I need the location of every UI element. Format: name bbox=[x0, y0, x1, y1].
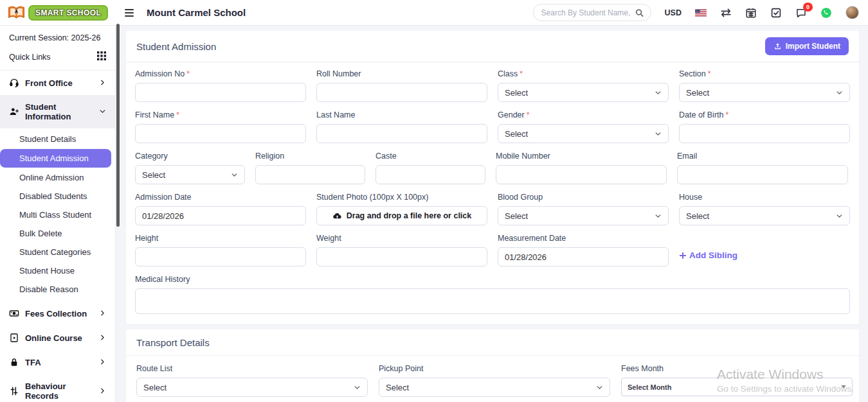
field-label: Roll Number bbox=[316, 69, 487, 78]
student-photo-field: Student Photo (100px X 100px) Drag and d… bbox=[316, 193, 487, 225]
last-name-input[interactable] bbox=[316, 124, 487, 143]
field-label: Blood Group bbox=[498, 193, 669, 202]
field-label: Weight bbox=[316, 234, 487, 243]
search-icon[interactable] bbox=[635, 8, 644, 17]
sidebar-item-bulk-delete[interactable]: Bulk Delete bbox=[0, 224, 115, 243]
admission-date-field: Admission Date bbox=[135, 193, 306, 225]
sidebar-item-online-course[interactable]: Online Course bbox=[0, 326, 115, 350]
import-student-button[interactable]: Import Student bbox=[765, 37, 849, 55]
sidebar-item-fees-collection[interactable]: Fees Collection bbox=[0, 301, 115, 326]
blood-group-field: Blood Group Select bbox=[498, 193, 669, 225]
date-of-birth-field: Date of Birth* bbox=[679, 110, 850, 143]
language-flag-icon[interactable] bbox=[695, 7, 707, 19]
school-name-title: Mount Carmel School bbox=[147, 7, 246, 18]
last-name-field: Last Name bbox=[316, 110, 487, 143]
sidebar-item-label: Fees Collection bbox=[25, 309, 87, 319]
admission-date-input[interactable] bbox=[135, 206, 306, 225]
field-label: Medical History bbox=[135, 275, 850, 284]
sidebar-item-student-house[interactable]: Student House bbox=[0, 261, 115, 280]
person-add-icon bbox=[9, 107, 19, 117]
messages-icon[interactable]: 0 bbox=[795, 7, 807, 19]
todo-check-icon[interactable] bbox=[770, 7, 782, 19]
user-avatar[interactable] bbox=[845, 6, 859, 19]
messages-badge: 0 bbox=[803, 3, 813, 12]
grid-icon[interactable] bbox=[97, 51, 106, 62]
current-session-label: Current Session: 2025-26 bbox=[0, 26, 115, 49]
field-label: Last Name bbox=[316, 110, 487, 119]
medical-history-input[interactable] bbox=[135, 288, 850, 314]
admission-form: Admission No* Roll Number Class* Select … bbox=[126, 62, 859, 324]
fees-month-field: Fees Month Select Month bbox=[621, 364, 853, 397]
caste-field: Caste bbox=[375, 152, 485, 184]
caste-input[interactable] bbox=[375, 165, 485, 184]
sidebar-item-student-details[interactable]: Student Details bbox=[0, 130, 115, 148]
session-switch-icon[interactable] bbox=[720, 7, 732, 19]
field-label: Height bbox=[135, 234, 306, 243]
student-admission-card: Student Admission Import Student Admissi… bbox=[126, 31, 859, 324]
headset-icon bbox=[9, 78, 19, 88]
height-input[interactable] bbox=[135, 247, 306, 267]
religion-input[interactable] bbox=[255, 165, 365, 184]
religion-field: Religion bbox=[255, 152, 365, 184]
sidebar-item-disable-reason[interactable]: Disable Reason bbox=[0, 280, 115, 299]
section-select[interactable]: Select bbox=[679, 83, 850, 102]
email-field: Email bbox=[677, 152, 848, 184]
sidebar-item-student-admission[interactable]: Student Admission bbox=[0, 149, 111, 168]
whatsapp-icon[interactable] bbox=[820, 7, 832, 19]
chevron-down-icon bbox=[836, 89, 843, 96]
sidebar-item-label: TFA bbox=[25, 358, 41, 367]
sidebar-item-front-office[interactable]: Front Office bbox=[0, 71, 115, 95]
category-select[interactable]: Select bbox=[135, 165, 245, 184]
admission-no-input[interactable] bbox=[135, 83, 306, 102]
field-label: Admission Date bbox=[135, 193, 306, 202]
field-label: Mobile Number bbox=[496, 152, 667, 161]
date-of-birth-input[interactable] bbox=[679, 124, 850, 143]
route-list-select[interactable]: Select bbox=[136, 378, 368, 397]
email-input[interactable] bbox=[677, 165, 848, 184]
student-information-submenu: Student Details Student Admission Online… bbox=[0, 128, 115, 301]
logo-book-icon bbox=[8, 5, 25, 20]
roll-number-input[interactable] bbox=[316, 83, 487, 102]
first-name-input[interactable] bbox=[135, 124, 306, 143]
sidebar-item-disabled-students[interactable]: Disabled Students bbox=[0, 187, 115, 205]
fees-month-select[interactable]: Select Month bbox=[621, 378, 853, 396]
mobile-number-input[interactable] bbox=[496, 165, 667, 184]
chevron-down-icon bbox=[836, 213, 843, 220]
student-photo-dropzone[interactable]: Drag and drop a file here or click bbox=[316, 206, 487, 225]
sidebar-item-label: Front Office bbox=[25, 78, 73, 88]
class-field: Class* Select bbox=[498, 69, 669, 102]
upload-cloud-icon bbox=[332, 211, 342, 221]
first-name-field: First Name* bbox=[135, 110, 306, 143]
roll-number-field: Roll Number bbox=[316, 69, 487, 102]
gender-select[interactable]: Select bbox=[498, 124, 669, 143]
chevron-right-icon bbox=[99, 78, 106, 88]
sidebar-item-behaviour-records[interactable]: Behaviour Records bbox=[0, 374, 115, 402]
sidebar-item-tfa[interactable]: TFA bbox=[0, 350, 115, 374]
section-field: Section* Select bbox=[679, 69, 850, 102]
sidebar-item-student-categories[interactable]: Student Categories bbox=[0, 243, 115, 261]
calendar-icon[interactable] bbox=[745, 7, 757, 19]
sidebar-item-multi-class-student[interactable]: Multi Class Student bbox=[0, 205, 115, 224]
blood-group-select[interactable]: Select bbox=[498, 206, 669, 225]
class-select[interactable]: Select bbox=[498, 83, 669, 102]
sidebar-item-student-information[interactable]: Student Information bbox=[0, 95, 115, 128]
menu-toggle-icon[interactable] bbox=[122, 6, 136, 19]
card-title: Student Admission bbox=[136, 41, 216, 52]
measurement-date-input[interactable] bbox=[498, 247, 669, 267]
add-sibling-link[interactable]: Add Sibling bbox=[679, 250, 737, 260]
search-input[interactable] bbox=[541, 8, 635, 17]
student-search[interactable] bbox=[533, 4, 651, 21]
house-select[interactable]: Select bbox=[679, 206, 850, 225]
field-label: Route List bbox=[136, 364, 368, 373]
pickup-point-select[interactable]: Select bbox=[379, 378, 610, 397]
sidebar-scrollbar[interactable] bbox=[116, 24, 120, 227]
quick-links-label: Quick Links bbox=[9, 53, 51, 62]
sidebar-item-online-admission[interactable]: Online Admission bbox=[0, 168, 115, 187]
currency-selector[interactable]: USD bbox=[665, 8, 682, 17]
chevron-down-icon bbox=[354, 384, 361, 391]
admission-no-field: Admission No* bbox=[135, 69, 306, 102]
weight-input[interactable] bbox=[316, 247, 487, 267]
quick-links[interactable]: Quick Links bbox=[0, 49, 115, 71]
field-label: Student Photo (100px X 100px) bbox=[316, 193, 487, 202]
sliders-icon bbox=[9, 386, 19, 396]
